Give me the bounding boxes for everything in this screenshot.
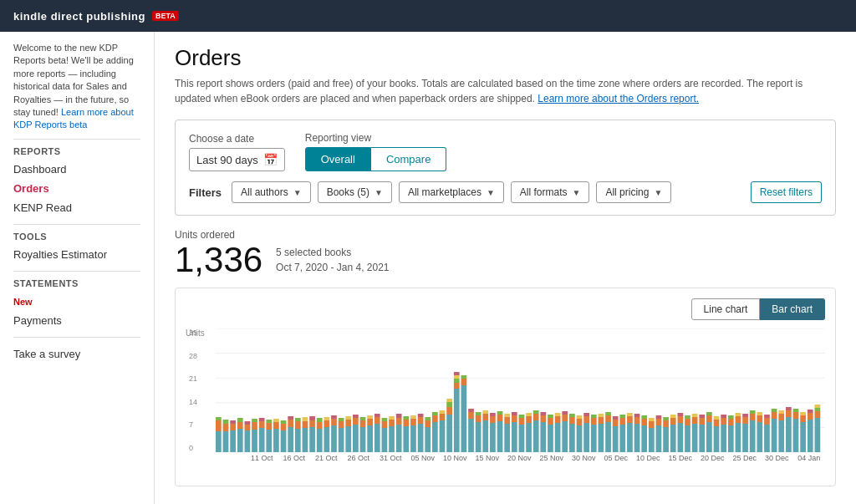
svg-rect-24 xyxy=(259,428,265,452)
x-label: 30 Dec xyxy=(761,454,793,462)
date-input[interactable]: Last 90 days 📅 xyxy=(189,148,285,171)
svg-rect-39 xyxy=(295,429,301,452)
svg-rect-260 xyxy=(815,408,821,411)
svg-rect-182 xyxy=(627,413,633,416)
filter-pricing[interactable]: All pricing ▼ xyxy=(596,181,671,203)
chevron-down-icon-2: ▼ xyxy=(374,188,383,197)
sidebar-item-dashboard[interactable]: Dashboard xyxy=(13,160,140,179)
svg-rect-23 xyxy=(252,419,257,422)
y-value-21: 21 xyxy=(189,374,197,383)
svg-rect-101 xyxy=(440,410,446,414)
svg-rect-148 xyxy=(548,418,553,425)
svg-rect-52 xyxy=(324,420,329,427)
svg-rect-187 xyxy=(641,419,647,425)
svg-rect-47 xyxy=(309,416,315,420)
svg-rect-206 xyxy=(685,415,690,419)
svg-rect-258 xyxy=(815,418,821,452)
svg-rect-160 xyxy=(577,419,583,425)
svg-rect-44 xyxy=(303,417,308,421)
svg-rect-235 xyxy=(757,415,762,422)
sidebar-item-new[interactable]: New xyxy=(13,292,140,311)
x-label: 26 Oct xyxy=(343,454,375,462)
svg-rect-246 xyxy=(786,417,792,452)
svg-rect-191 xyxy=(649,418,655,421)
bar-chart-button[interactable]: Bar chart xyxy=(760,298,825,320)
learn-more-orders-link[interactable]: Learn more about the Orders report. xyxy=(538,93,699,104)
sidebar-item-payments[interactable]: Payments xyxy=(13,311,140,330)
x-axis-labels: 11 Oct 16 Oct 21 Oct 26 Oct 31 Oct 05 No… xyxy=(246,454,825,462)
x-label: 31 Oct xyxy=(374,454,407,462)
svg-rect-123 xyxy=(490,423,496,452)
svg-rect-106 xyxy=(454,389,460,452)
brand-logo: kindle direct publishing xyxy=(13,10,145,23)
x-label: 30 Nov xyxy=(568,454,600,462)
svg-rect-60 xyxy=(345,426,351,452)
svg-rect-17 xyxy=(237,418,243,422)
svg-rect-227 xyxy=(736,413,741,416)
chart-container: Units 35 28 21 14 7 0 xyxy=(186,328,825,479)
svg-rect-153 xyxy=(562,421,568,452)
svg-rect-169 xyxy=(599,417,604,424)
svg-rect-151 xyxy=(555,416,561,423)
svg-rect-65 xyxy=(353,415,359,418)
svg-rect-122 xyxy=(482,410,488,414)
svg-rect-14 xyxy=(230,420,236,424)
filter-formats[interactable]: All formats ▼ xyxy=(511,181,590,203)
svg-rect-32 xyxy=(273,419,279,422)
svg-rect-181 xyxy=(627,416,633,423)
page-title: Orders xyxy=(175,45,836,71)
svg-rect-63 xyxy=(353,425,359,452)
svg-rect-168 xyxy=(599,424,604,452)
svg-rect-64 xyxy=(353,418,359,425)
svg-rect-250 xyxy=(793,412,799,419)
svg-rect-91 xyxy=(418,417,424,424)
filter-marketplaces[interactable]: All marketplaces ▼ xyxy=(399,181,504,203)
page-description: This report shows orders (paid and free)… xyxy=(175,76,836,106)
tab-compare[interactable]: Compare xyxy=(371,147,446,171)
sidebar-item-survey[interactable]: Take a survey xyxy=(13,344,140,364)
svg-rect-7 xyxy=(216,420,222,431)
x-label: 04 Jan xyxy=(793,454,826,462)
svg-rect-212 xyxy=(699,415,705,418)
main-layout: Welcome to the new KDP Reports beta! We'… xyxy=(0,32,856,504)
svg-rect-35 xyxy=(281,420,287,424)
svg-rect-185 xyxy=(634,414,640,417)
svg-rect-62 xyxy=(345,416,351,420)
svg-rect-85 xyxy=(403,420,409,426)
svg-rect-127 xyxy=(497,415,503,421)
svg-rect-197 xyxy=(663,417,669,420)
sidebar: Welcome to the new KDP Reports beta! We'… xyxy=(0,32,155,504)
line-chart-button[interactable]: Line chart xyxy=(691,298,761,320)
svg-rect-79 xyxy=(389,420,395,426)
svg-rect-18 xyxy=(245,430,251,452)
svg-rect-111 xyxy=(461,385,467,452)
filter-authors[interactable]: All authors ▼ xyxy=(232,181,311,203)
svg-rect-27 xyxy=(266,430,272,452)
tab-overall[interactable]: Overall xyxy=(305,147,371,171)
x-label: 20 Nov xyxy=(503,454,536,462)
sidebar-item-kenp[interactable]: KENP Read xyxy=(13,198,140,217)
svg-rect-104 xyxy=(446,402,452,407)
controls-box: Choose a date Last 90 days 📅 Reporting v… xyxy=(175,120,836,216)
svg-rect-128 xyxy=(497,411,503,415)
svg-rect-228 xyxy=(742,424,748,452)
sidebar-item-royalties[interactable]: Royalties Estimator xyxy=(13,245,140,264)
svg-rect-253 xyxy=(800,415,806,422)
svg-rect-80 xyxy=(389,416,395,420)
reset-filters-button[interactable]: Reset filters xyxy=(751,181,822,203)
svg-rect-61 xyxy=(345,420,351,426)
filter-books-label: Books (5) xyxy=(327,186,369,198)
svg-rect-74 xyxy=(374,414,380,417)
y-value-0: 0 xyxy=(189,444,197,452)
svg-rect-255 xyxy=(808,420,813,452)
svg-rect-170 xyxy=(599,414,604,417)
svg-rect-215 xyxy=(706,412,712,415)
svg-rect-37 xyxy=(288,420,293,427)
svg-rect-9 xyxy=(223,431,229,452)
section-title-statements: STATEMENTS xyxy=(13,278,140,288)
svg-rect-213 xyxy=(706,422,712,452)
sidebar-item-orders[interactable]: Orders xyxy=(13,179,140,198)
filter-books[interactable]: Books (5) ▼ xyxy=(318,181,392,203)
sidebar-divider xyxy=(13,139,140,140)
svg-rect-135 xyxy=(519,425,525,452)
